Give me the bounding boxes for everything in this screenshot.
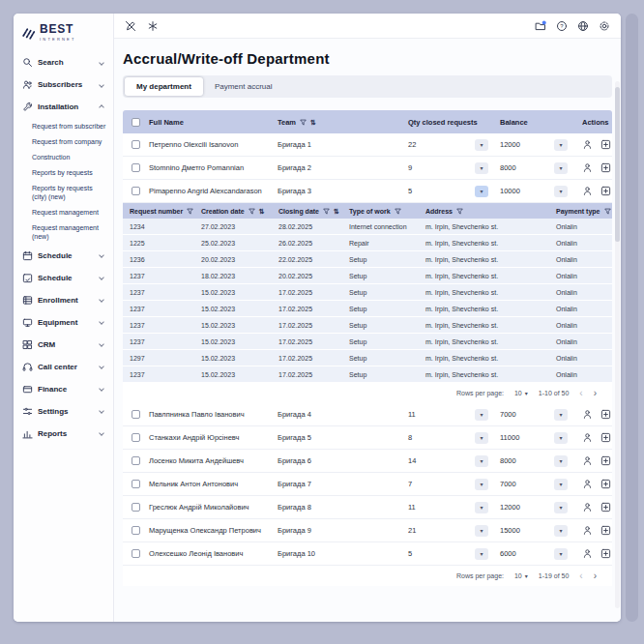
filter-icon[interactable]: [604, 208, 611, 215]
row-checkbox[interactable]: [132, 480, 140, 488]
filter-icon[interactable]: [323, 208, 330, 215]
sort-icon[interactable]: ⇅: [310, 119, 316, 126]
sidebar-subitem[interactable]: Request management: [14, 205, 113, 220]
tab-my-department[interactable]: My department: [125, 77, 203, 96]
add-request-icon[interactable]: [600, 186, 611, 196]
balance-select[interactable]: ▾: [554, 432, 568, 444]
row-checkbox[interactable]: [132, 140, 140, 149]
next-page-icon[interactable]: ›: [594, 571, 597, 581]
request-row[interactable]: 1237 15.02.2023 17.02.2025 Setup m. Irpi…: [123, 301, 612, 317]
sidebar-item-search[interactable]: Search: [14, 51, 113, 73]
assign-user-icon[interactable]: [582, 479, 593, 489]
add-request-icon[interactable]: [600, 455, 611, 466]
prev-page-icon[interactable]: ‹: [579, 389, 582, 398]
qty-select[interactable]: ▾: [475, 502, 488, 513]
filter-icon[interactable]: [456, 208, 463, 215]
sidebar-subitem[interactable]: Construction: [14, 149, 113, 164]
page-scrollbar[interactable]: [626, 14, 638, 622]
balance-select[interactable]: ▾: [554, 162, 568, 174]
sidebar-item-installation[interactable]: Installation: [14, 96, 113, 118]
request-row[interactable]: 1237 15.02.2023 17.02.2025 Setup m. Irpi…: [123, 317, 612, 334]
sidebar-item-settings[interactable]: Settings: [14, 400, 113, 423]
sidebar-item-equipment[interactable]: Equipment: [14, 311, 113, 334]
assign-user-icon[interactable]: [582, 455, 593, 466]
row-checkbox[interactable]: [132, 433, 140, 442]
add-request-icon[interactable]: [600, 525, 611, 536]
rows-per-page-select[interactable]: 10 ▾: [514, 572, 528, 579]
add-request-icon[interactable]: [600, 162, 611, 173]
assign-user-icon[interactable]: [582, 525, 593, 536]
sort-icon[interactable]: ⇅: [334, 208, 339, 215]
add-request-icon[interactable]: [600, 548, 611, 559]
request-row[interactable]: 1297 15.02.2023 17.02.2025 Setup m. Irpi…: [123, 350, 612, 366]
gear-icon[interactable]: [599, 20, 610, 32]
folder-badge-icon[interactable]: [535, 20, 546, 32]
assign-user-icon[interactable]: [582, 409, 593, 420]
sidebar-item-schedule[interactable]: Schedule: [14, 245, 113, 267]
sidebar-item-crm[interactable]: CRM: [14, 334, 113, 356]
filter-icon[interactable]: [187, 208, 193, 215]
add-request-icon[interactable]: [600, 139, 611, 150]
qty-select[interactable]: ▾: [475, 525, 488, 537]
sidebar-item-schedule[interactable]: Schedule: [14, 267, 113, 289]
sidebar-item-reports[interactable]: Reports: [14, 423, 113, 445]
sidebar-item-subscribers[interactable]: Subscribers: [14, 73, 113, 96]
qty-select[interactable]: ▾: [475, 186, 488, 197]
asterisk-icon[interactable]: [147, 20, 159, 32]
balance-select[interactable]: ▾: [554, 502, 568, 513]
row-checkbox[interactable]: [132, 456, 140, 465]
row-checkbox[interactable]: [132, 549, 140, 558]
add-request-icon[interactable]: [600, 409, 611, 420]
sidebar-subitem[interactable]: Reports by requests (city) (new): [14, 180, 113, 204]
request-row[interactable]: 1225 25.02.2023 26.02.2025 Repair m. Irp…: [123, 235, 612, 251]
assign-user-icon[interactable]: [582, 432, 593, 443]
sort-icon[interactable]: ⇅: [259, 208, 265, 215]
qty-select[interactable]: ▾: [475, 548, 488, 560]
assign-user-icon[interactable]: [582, 186, 593, 196]
balance-select[interactable]: ▾: [554, 139, 568, 151]
balance-select[interactable]: ▾: [554, 409, 568, 421]
sidebar-item-enrollment[interactable]: Enrollment: [14, 289, 113, 311]
balance-select[interactable]: ▾: [554, 186, 568, 197]
sidebar-subitem[interactable]: Request management (new): [14, 220, 113, 245]
qty-select[interactable]: ▾: [475, 162, 488, 174]
qty-select[interactable]: ▾: [475, 479, 488, 490]
request-row[interactable]: 1237 18.02.2023 20.02.2025 Setup m. Irpi…: [123, 268, 612, 284]
row-checkbox[interactable]: [132, 410, 140, 419]
globe-icon[interactable]: [577, 20, 589, 32]
request-row[interactable]: 1237 15.02.2023 17.02.2025 Setup m. Irpi…: [123, 366, 612, 383]
sidebar-subitem[interactable]: Reports by requests: [14, 164, 113, 180]
sidebar-subitem[interactable]: Request from subscriber: [14, 118, 113, 133]
balance-select[interactable]: ▾: [554, 455, 568, 467]
request-row[interactable]: 1236 20.02.2023 22.02.2025 Setup m. Irpi…: [123, 251, 612, 268]
prev-page-icon[interactable]: ‹: [579, 571, 582, 581]
filter-icon[interactable]: [300, 119, 307, 126]
sidebar-item-finance[interactable]: Finance: [14, 378, 113, 400]
request-row[interactable]: 1237 15.02.2023 17.02.2025 Setup m. Irpi…: [123, 334, 612, 350]
balance-select[interactable]: ▾: [554, 479, 568, 490]
add-request-icon[interactable]: [600, 432, 611, 443]
sidebar-item-call-center[interactable]: Call center: [14, 356, 113, 378]
app-scrollbar[interactable]: [615, 81, 620, 608]
request-row[interactable]: 1234 27.02.2023 28.02.2025 Internet conn…: [123, 219, 612, 235]
next-page-icon[interactable]: ›: [594, 389, 597, 398]
request-row[interactable]: 1237 15.02.2023 17.02.2025 Setup m. Irpi…: [123, 284, 612, 301]
row-checkbox[interactable]: [132, 163, 140, 172]
add-request-icon[interactable]: [600, 479, 611, 489]
tab-payment-accrual[interactable]: Payment accrual: [203, 77, 284, 96]
qty-select[interactable]: ▾: [475, 455, 488, 467]
assign-user-icon[interactable]: [582, 139, 593, 150]
row-checkbox[interactable]: [132, 187, 140, 195]
qty-select[interactable]: ▾: [475, 409, 488, 421]
sidebar-subitem[interactable]: Request from company: [14, 133, 113, 149]
select-all-checkbox[interactable]: [132, 118, 140, 127]
qty-select[interactable]: ▾: [475, 432, 488, 444]
balance-select[interactable]: ▾: [554, 548, 568, 560]
assign-user-icon[interactable]: [582, 502, 593, 512]
assign-user-icon[interactable]: [582, 548, 593, 559]
filter-icon[interactable]: [249, 208, 255, 215]
filter-icon[interactable]: [395, 208, 401, 215]
add-request-icon[interactable]: [600, 502, 611, 512]
qty-select[interactable]: ▾: [475, 139, 488, 151]
edit-off-icon[interactable]: [125, 20, 136, 32]
